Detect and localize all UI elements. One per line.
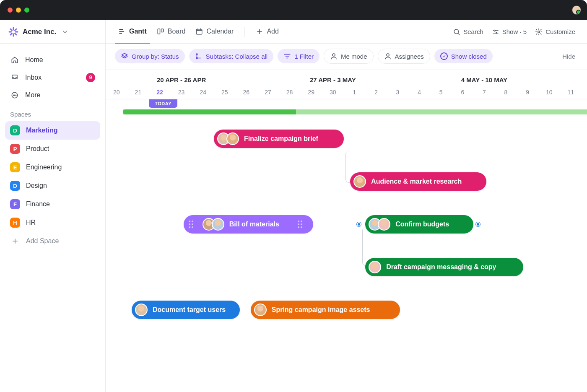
tab-label: Calendar [206, 28, 234, 35]
filter-chip[interactable]: 1 Filter [278, 49, 319, 63]
nav-more[interactable]: More [5, 86, 100, 104]
day-label[interactable]: 10 [538, 85, 560, 99]
space-label: Engineering [26, 164, 62, 171]
task-title: Finalize campaign brief [244, 135, 318, 143]
add-space-button[interactable]: Add Space [5, 232, 100, 250]
day-label[interactable]: 2 [365, 85, 387, 99]
milestone-dot-icon[interactable] [476, 222, 480, 226]
gantt-timeline[interactable]: 20 APR - 26 APR27 APR - 3 MAY4 MAY - 10 … [106, 70, 587, 392]
day-label[interactable]: 24 [192, 85, 214, 99]
assignee-avatar[interactable] [254, 304, 267, 316]
tab-board[interactable]: Board [153, 20, 189, 44]
task-assignees[interactable] [217, 132, 239, 145]
sidebar-space-hr[interactable]: HHR [5, 213, 100, 232]
tab-gantt[interactable]: Gantt [115, 20, 150, 44]
drag-handle-icon[interactable] [189, 221, 193, 228]
day-label[interactable]: 23 [171, 85, 192, 99]
day-label[interactable]: 11 [560, 85, 582, 99]
gantt-task-bar[interactable]: Draft campaign messaging & copy [365, 258, 523, 276]
nav-home[interactable]: Home [5, 51, 100, 69]
space-label: Marketing [26, 127, 58, 134]
task-assignees[interactable] [369, 261, 381, 273]
divider [244, 27, 245, 37]
task-title: Audience & market research [371, 178, 462, 185]
nav-inbox[interactable]: Inbox 9 [5, 69, 100, 86]
sidebar-space-product[interactable]: PProduct [5, 140, 100, 158]
gantt-task-bar[interactable]: Bill of materials [184, 215, 314, 234]
day-label[interactable]: 30 [322, 85, 344, 99]
gantt-task-bar[interactable]: Confirm budgets [365, 215, 473, 234]
drag-handle-icon[interactable] [298, 221, 302, 228]
add-view-button[interactable]: Add [252, 20, 282, 44]
show-button[interactable]: Show · 5 [489, 26, 529, 38]
check-circle-icon [440, 52, 448, 60]
day-label[interactable]: 8 [495, 85, 517, 99]
show-closed-chip[interactable]: Show closed [434, 49, 493, 63]
day-label[interactable]: 6 [452, 85, 474, 99]
assignee-avatar[interactable] [135, 304, 148, 316]
gantt-body[interactable]: TODAY Finalize campaign briefAudience & … [106, 99, 587, 392]
close-window-icon[interactable] [8, 8, 13, 13]
day-label[interactable]: 12 [582, 85, 587, 99]
day-label[interactable]: 27 [257, 85, 279, 99]
assignees-chip[interactable]: Assignees [378, 49, 430, 64]
customize-button[interactable]: Customize [532, 26, 578, 38]
assignee-avatar[interactable] [378, 218, 390, 231]
subtasks-chip[interactable]: Subtasks: Collapse all [189, 49, 274, 63]
svg-marker-32 [122, 53, 127, 57]
search-button[interactable]: Search [450, 26, 486, 38]
svg-line-6 [10, 33, 12, 35]
space-color-icon: P [10, 144, 20, 154]
more-icon [10, 91, 19, 100]
assignee-avatar[interactable] [212, 218, 224, 231]
gantt-task-bar[interactable]: Document target users [132, 301, 240, 319]
filter-label: 1 Filter [294, 53, 314, 60]
svg-point-11 [16, 95, 16, 96]
gantt-icon [118, 28, 126, 35]
day-label[interactable]: 5 [430, 85, 452, 99]
me-mode-chip[interactable]: Me mode [324, 49, 374, 64]
view-tabs: Gantt Board Calendar Add S [106, 20, 587, 44]
day-label[interactable]: 28 [279, 85, 301, 99]
workspace-switcher[interactable]: Acme Inc. [0, 20, 105, 44]
day-label[interactable]: 20 [106, 85, 127, 99]
assignee-avatar[interactable] [226, 132, 239, 145]
inbox-badge: 9 [86, 73, 95, 82]
sidebar-space-marketing[interactable]: DMarketing [5, 121, 100, 140]
svg-point-39 [387, 54, 389, 56]
task-assignees[interactable] [203, 218, 224, 231]
gantt-task-bar[interactable]: Finalize campaign brief [214, 130, 344, 148]
sidebar-space-design[interactable]: DDesign [5, 177, 100, 195]
task-assignees[interactable] [254, 304, 267, 316]
window-controls[interactable] [8, 8, 29, 13]
day-label[interactable]: 26 [236, 85, 257, 99]
assignee-avatar[interactable] [369, 261, 381, 273]
assignee-avatar[interactable] [353, 175, 366, 188]
hide-filters-button[interactable]: Hide [562, 53, 578, 60]
day-label[interactable]: 29 [300, 85, 322, 99]
gantt-task-bar[interactable]: Spring campaign image assets [251, 301, 400, 319]
user-avatar[interactable] [572, 5, 581, 15]
task-assignees[interactable] [353, 175, 366, 188]
tab-calendar[interactable]: Calendar [192, 20, 237, 44]
day-label[interactable]: 1 [344, 85, 366, 99]
task-assignees[interactable] [369, 218, 390, 231]
day-label[interactable]: 22 [149, 85, 171, 99]
day-label[interactable]: 21 [127, 85, 149, 99]
milestone-dot-icon[interactable] [357, 222, 361, 226]
day-label[interactable]: 4 [408, 85, 430, 99]
space-color-icon: D [10, 181, 20, 191]
day-label[interactable]: 7 [473, 85, 495, 99]
day-label[interactable]: 25 [214, 85, 236, 99]
minimize-window-icon[interactable] [16, 8, 21, 13]
inbox-icon [10, 73, 19, 82]
day-label[interactable]: 3 [387, 85, 409, 99]
maximize-window-icon[interactable] [24, 8, 29, 13]
sidebar-space-finance[interactable]: FFinance [5, 195, 100, 213]
day-label[interactable]: 9 [517, 85, 538, 99]
task-assignees[interactable] [135, 304, 148, 316]
gantt-task-bar[interactable]: Audience & market research [350, 172, 486, 191]
show-label: Show · 5 [502, 28, 527, 35]
sidebar-space-engineering[interactable]: EEngineering [5, 158, 100, 177]
group-by-chip[interactable]: Group by: Status [115, 49, 185, 63]
